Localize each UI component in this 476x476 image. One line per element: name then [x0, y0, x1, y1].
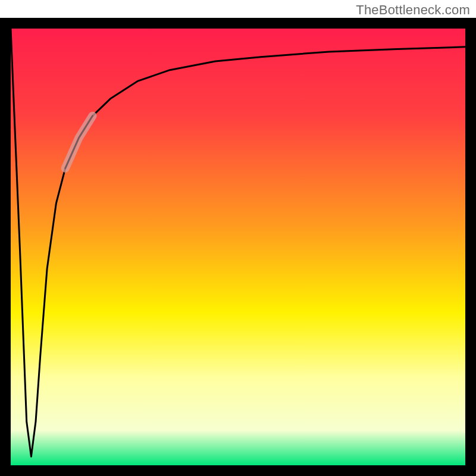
plot-canvas: [0, 0, 476, 476]
watermark-text: TheBottleneck.com: [356, 2, 470, 18]
plot-background: [11, 29, 465, 465]
chart-frame: TheBottleneck.com: [0, 0, 476, 476]
